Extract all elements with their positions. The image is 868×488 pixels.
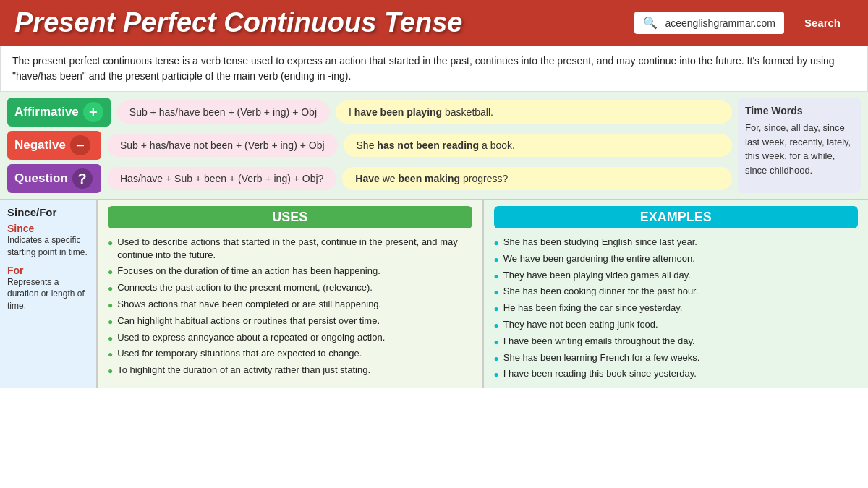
bottom-section: Since/For Since Indicates a specific sta… (0, 199, 868, 388)
uses-list-item: Connects the past action to the present … (108, 280, 472, 296)
negative-formula: Sub + has/have not been + (Verb + ing) +… (107, 134, 338, 157)
uses-list-item: Used to express annoyance about a repeat… (108, 330, 472, 346)
question-text: Question (14, 171, 68, 186)
time-words-title: Time Words (745, 103, 854, 119)
search-button[interactable]: Search (791, 11, 854, 35)
examples-list-item: I have been writing emails throughout th… (494, 333, 859, 350)
question-mark-icon: ? (72, 168, 93, 189)
examples-list-item: He has been fixing the car since yesterd… (494, 300, 859, 317)
uses-list: Used to describe actions that started in… (108, 234, 472, 379)
site-url-text: aceenglishgrammar.com (665, 17, 775, 29)
formula-rows: Affirmative + Sub + has/have been + (Ver… (7, 98, 732, 193)
question-row: Question ? Has/have + Sub + been + (Verb… (7, 164, 732, 193)
examples-list-item: She has been cooking dinner for the past… (494, 283, 859, 300)
question-label: Question ? (7, 164, 101, 193)
uses-list-item: Focuses on the duration of time an actio… (108, 263, 472, 280)
examples-panel: EXAMPLES She has been studying English s… (484, 200, 869, 388)
page-title: Present Perfect Continuous Tense (14, 7, 462, 38)
middle-section: Affirmative + Sub + has/have been + (Ver… (0, 92, 868, 199)
minus-icon: − (70, 135, 90, 155)
affirmative-example: I have been playing basketball. (336, 100, 732, 124)
uses-list-item: Shows actions that have been completed o… (108, 296, 472, 313)
header: Present Perfect Continuous Tense 🔍 aceen… (0, 0, 868, 46)
affirmative-label: Affirmative + (7, 98, 111, 127)
plus-icon: + (83, 102, 103, 122)
since-word: Since (7, 223, 89, 234)
uses-list-item: Used to describe actions that started in… (108, 234, 472, 263)
examples-title: EXAMPLES (494, 206, 859, 228)
for-desc: Represents a duration or length of time. (7, 276, 89, 312)
description-box: The present perfect continuous tense is … (0, 46, 868, 92)
site-url-bar: 🔍 aceenglishgrammar.com (634, 12, 784, 34)
description-text: The present perfect continuous tense is … (12, 53, 856, 84)
examples-list: She has been studying English since last… (494, 234, 859, 382)
negative-example: She has not been reading a book. (344, 134, 732, 157)
since-desc: Indicates a specific starting point in t… (7, 234, 89, 259)
negative-label: Negative − (7, 131, 101, 160)
for-word: For (7, 265, 89, 276)
affirmative-text: Affirmative (14, 105, 79, 119)
affirmative-row: Affirmative + Sub + has/have been + (Ver… (7, 98, 732, 127)
uses-list-item: Used for temporary situations that are e… (108, 346, 472, 362)
affirmative-formula: Sub + has/have been + (Verb + ing) + Obj (116, 100, 330, 124)
uses-title: USES (108, 206, 472, 228)
since-for-panel: Since/For Since Indicates a specific sta… (0, 200, 98, 388)
uses-list-item: To highlight the duration of an activity… (108, 362, 472, 379)
question-formula: Has/have + Sub + been + (Verb + ing) + O… (107, 167, 336, 190)
uses-panel: USES Used to describe actions that start… (98, 200, 484, 388)
examples-list-item: She has been learning French for a few w… (494, 350, 859, 367)
negative-row: Negative − Sub + has/have not been + (Ve… (7, 131, 732, 160)
examples-list-item: We have been gardening the entire aftern… (494, 251, 859, 267)
examples-list-item: I have been reading this book since yest… (494, 366, 859, 382)
time-words-content: For, since, all day, since last week, re… (745, 121, 854, 177)
time-words-box: Time Words For, since, all day, since la… (738, 98, 861, 193)
uses-list-item: Can highlight habitual actions or routin… (108, 313, 472, 330)
examples-list-item: They have not been eating junk food. (494, 317, 859, 333)
negative-text: Negative (14, 138, 66, 153)
since-for-title: Since/For (7, 206, 89, 218)
search-magnifier-icon: 🔍 (643, 16, 658, 30)
examples-list-item: They have been playing video games all d… (494, 267, 859, 284)
question-example: Have we been making progress? (342, 167, 732, 190)
examples-list-item: She has been studying English since last… (494, 234, 859, 251)
